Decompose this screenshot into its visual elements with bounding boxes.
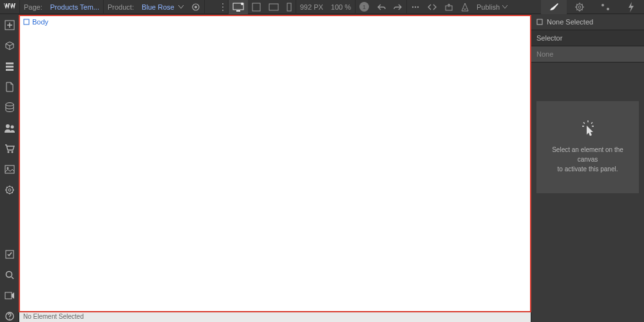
- zoom-level[interactable]: 100 %: [327, 0, 355, 14]
- svg-rect-9: [269, 4, 278, 10]
- svg-rect-8: [252, 3, 260, 11]
- svg-point-16: [578, 6, 581, 8]
- svg-point-1: [194, 6, 197, 8]
- page-label: Page:: [20, 0, 46, 14]
- add-button[interactable]: [4, 19, 15, 31]
- brush-icon: [549, 3, 559, 12]
- navigator-button[interactable]: [4, 61, 15, 72]
- logo[interactable]: [0, 0, 19, 14]
- svg-point-36: [9, 318, 10, 319]
- svg-rect-34: [5, 292, 12, 299]
- svg-rect-38: [537, 19, 542, 24]
- device-mobile[interactable]: [283, 0, 296, 14]
- style-tab[interactable]: [541, 0, 567, 14]
- interactions-tab[interactable]: [592, 0, 618, 14]
- svg-rect-10: [287, 3, 291, 11]
- svg-rect-6: [236, 10, 240, 12]
- audit-button[interactable]: [457, 0, 473, 14]
- device-tablet-landscape[interactable]: [265, 0, 283, 14]
- canvas-width[interactable]: 992 PX: [296, 0, 327, 14]
- selector-header: Selector: [531, 30, 644, 46]
- gear-icon: [575, 3, 584, 12]
- svg-point-12: [415, 6, 416, 7]
- body-element-tag[interactable]: Body: [23, 18, 48, 26]
- svg-point-18: [607, 8, 609, 10]
- device-desktop[interactable]: [229, 0, 248, 14]
- svg-point-26: [7, 151, 9, 153]
- svg-point-33: [6, 272, 12, 278]
- export-button[interactable]: [440, 0, 457, 14]
- project-settings-button[interactable]: [4, 184, 15, 196]
- svg-point-11: [412, 6, 413, 7]
- svg-point-2: [222, 3, 223, 5]
- page-dropdown[interactable]: Products Tem...: [46, 0, 103, 14]
- effects-tab[interactable]: [618, 0, 644, 14]
- symbols-button[interactable]: [4, 40, 15, 52]
- left-sidebar: [0, 14, 19, 322]
- svg-point-7: [241, 3, 243, 5]
- svg-point-13: [417, 6, 419, 7]
- product-dropdown[interactable]: Blue Rose: [138, 0, 187, 14]
- svg-point-17: [601, 4, 604, 6]
- search-button[interactable]: [4, 269, 15, 281]
- svg-point-24: [6, 124, 10, 128]
- code-button[interactable]: [424, 0, 440, 14]
- preview-button[interactable]: [187, 0, 204, 14]
- canvas[interactable]: Body: [19, 15, 531, 312]
- pointer-click-icon: [580, 120, 596, 137]
- selection-indicator: None Selected: [531, 14, 644, 30]
- style-panel: None Selected Selector None Select an el…: [531, 14, 644, 322]
- ecommerce-button[interactable]: [4, 143, 15, 155]
- publish-dropdown[interactable]: Publish: [473, 0, 511, 14]
- audit-check-button[interactable]: [4, 249, 15, 260]
- more-menu[interactable]: [218, 0, 228, 14]
- square-icon: [536, 19, 543, 25]
- product-label: Product:: [104, 0, 138, 14]
- comments-button[interactable]: [407, 0, 424, 14]
- settings-tab[interactable]: [567, 0, 592, 14]
- selector-field[interactable]: None: [531, 46, 644, 62]
- svg-point-27: [11, 151, 13, 153]
- svg-rect-37: [24, 19, 29, 24]
- assets-button[interactable]: [4, 164, 15, 175]
- users-button[interactable]: [4, 122, 15, 134]
- chevron-down-icon: [502, 5, 507, 9]
- svg-rect-22: [6, 69, 14, 71]
- body-icon: [23, 19, 30, 25]
- svg-point-31: [8, 189, 11, 191]
- status-bar: No Element Selected: [19, 312, 531, 322]
- issues-badge[interactable]: 1: [359, 2, 369, 12]
- device-tablet[interactable]: [248, 0, 265, 14]
- help-button[interactable]: [4, 310, 15, 322]
- cms-button[interactable]: [4, 102, 15, 113]
- svg-point-25: [10, 126, 14, 129]
- bolt-icon: [627, 2, 635, 12]
- video-tutorials-button[interactable]: [4, 290, 15, 301]
- undo-button[interactable]: [373, 0, 390, 14]
- interactions-icon: [600, 3, 611, 12]
- svg-rect-20: [6, 62, 14, 64]
- redo-button[interactable]: [390, 0, 406, 14]
- svg-point-23: [6, 103, 14, 106]
- svg-point-3: [222, 6, 223, 8]
- svg-rect-28: [5, 166, 14, 173]
- pages-button[interactable]: [4, 81, 15, 93]
- empty-panel-message: Select an element on the canvas to activ…: [536, 101, 639, 193]
- chevron-down-icon: [178, 5, 184, 9]
- svg-point-29: [6, 167, 8, 169]
- svg-point-4: [222, 10, 223, 11]
- svg-rect-21: [6, 66, 14, 68]
